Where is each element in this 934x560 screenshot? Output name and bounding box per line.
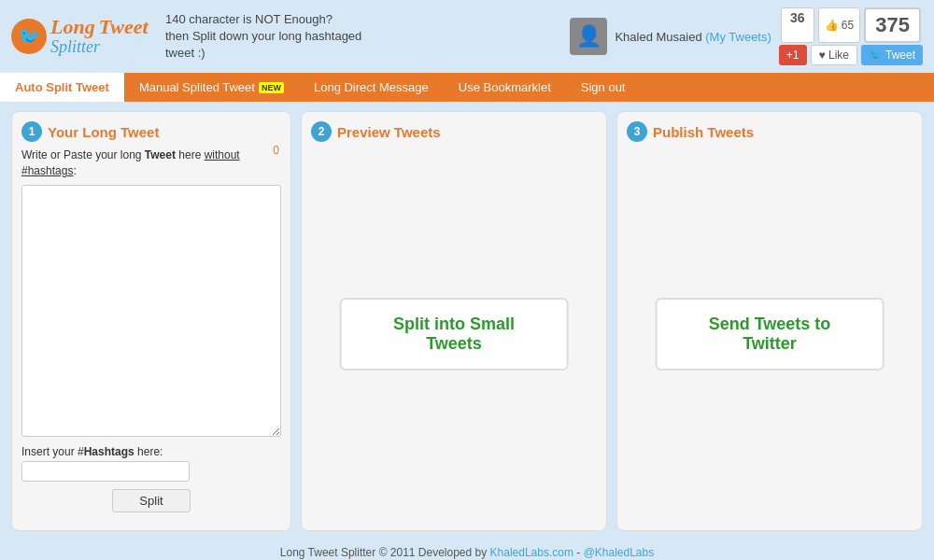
- logo-tweet: Tweet: [99, 16, 149, 38]
- hashtag-input[interactable]: [21, 461, 190, 482]
- right-panel-title: Publish Tweets: [653, 124, 754, 140]
- count-36: 36: [781, 7, 814, 43]
- logo-text: Long Tweet Splitter: [50, 16, 149, 57]
- my-tweets-link[interactable]: (My Tweets): [705, 30, 771, 44]
- social-bottom-row: +1 ♥ Like 🐦 Tweet: [779, 45, 923, 65]
- left-panel-header: 1 Your Long Tweet: [21, 121, 281, 142]
- tagline: 140 character is NOT Enough? then Split …: [165, 11, 570, 63]
- middle-panel-header: 2 Preview Tweets: [311, 121, 597, 142]
- twitter-bird-icon: 🐦: [869, 49, 883, 62]
- hashtag-label-part2: here:: [134, 445, 163, 458]
- right-panel: 3 Publish Tweets Send Tweets to Twitter: [616, 111, 923, 531]
- nav: Auto Split Tweet Manual Splited Tweet NE…: [0, 73, 934, 102]
- middle-panel-inner: Split into Small Tweets: [311, 147, 597, 521]
- hashtag-label-bold: Hashtags: [84, 445, 134, 458]
- step-1-circle: 1: [21, 121, 42, 142]
- tweet-textarea[interactable]: [21, 185, 281, 437]
- user-area: 👤 Khaled Musaied (My Tweets) 36 👍 65 375…: [570, 7, 923, 65]
- nav-item-long-dm[interactable]: Long Direct Message: [299, 73, 444, 102]
- new-badge: NEW: [259, 82, 284, 93]
- header: Long Tweet Splitter 140 character is NOT…: [0, 0, 934, 73]
- nav-item-signout[interactable]: Sign out: [566, 73, 641, 102]
- like-button[interactable]: ♥ Like: [811, 45, 857, 65]
- user-avatar: 👤: [570, 18, 607, 55]
- tagline-line1: 140 character is NOT Enough?: [165, 12, 333, 26]
- khaledlabs-twitter-link[interactable]: @KhaledLabs: [584, 546, 655, 559]
- thumbs-up-icon: 👍: [825, 19, 839, 32]
- tweet-count: 375: [864, 7, 921, 43]
- middle-panel-title: Preview Tweets: [337, 124, 441, 140]
- logo-bird-icon: [11, 19, 47, 54]
- khaledlabs-link[interactable]: KhaledLabs.com: [490, 546, 573, 559]
- nav-item-auto-split[interactable]: Auto Split Tweet: [0, 73, 124, 102]
- user-name-text: Khaled Musaied: [615, 30, 701, 44]
- logo-long: Long: [50, 16, 95, 38]
- logo-splitter: Splitter: [50, 38, 149, 57]
- main-content: 1 Your Long Tweet Write or Paste your lo…: [0, 102, 934, 540]
- nav-item-manual-split[interactable]: Manual Splited Tweet NEW: [124, 73, 299, 102]
- tagline-line2: then Split down your long hashtaged: [165, 29, 361, 43]
- tweet-button[interactable]: 🐦 Tweet: [861, 45, 923, 65]
- gplusone-button[interactable]: +1: [779, 45, 807, 65]
- user-name: Khaled Musaied (My Tweets): [615, 30, 771, 44]
- tagline-line3: tweet :): [165, 46, 205, 60]
- instruction-bold: Tweet: [145, 148, 176, 161]
- instruction-part2: here: [176, 148, 205, 161]
- instruction-part1: Write or Paste your long: [21, 148, 145, 161]
- step-2-circle: 2: [311, 121, 332, 142]
- fb-count: 65: [842, 19, 854, 32]
- hashtag-label-part1: Insert your #: [21, 445, 84, 458]
- footer-separator: -: [576, 546, 583, 559]
- instruction-end: :: [73, 164, 76, 177]
- left-panel: 1 Your Long Tweet Write or Paste your lo…: [11, 111, 291, 531]
- middle-panel: 2 Preview Tweets Split into Small Tweets: [301, 111, 607, 531]
- char-count: 0: [273, 144, 279, 157]
- footer-text: Long Tweet Splitter © 2011 Developed by: [280, 546, 490, 559]
- left-panel-title: Your Long Tweet: [48, 124, 159, 140]
- step-3-circle: 3: [627, 121, 647, 142]
- tweet-btn-label: Tweet: [885, 49, 915, 62]
- split-button[interactable]: Split: [112, 489, 190, 512]
- fb-like-box: 👍 65: [818, 7, 860, 43]
- split-action-button[interactable]: Split into Small Tweets: [340, 298, 569, 371]
- publish-action-button[interactable]: Send Tweets to Twitter: [656, 298, 884, 371]
- logo-area: Long Tweet Splitter: [11, 16, 156, 57]
- nav-item-bookmarklet[interactable]: Use Bookmarklet: [444, 73, 566, 102]
- social-top-row: 36 👍 65 375: [781, 7, 921, 43]
- footer: Long Tweet Splitter © 2011 Developed by …: [0, 540, 934, 560]
- right-panel-inner: Send Tweets to Twitter: [627, 147, 913, 521]
- hashtag-label: Insert your #Hashtags here:: [21, 445, 281, 458]
- tweet-instruction: Write or Paste your long Tweet here with…: [21, 147, 281, 179]
- social-buttons: 36 👍 65 375 +1 ♥ Like 🐦 Tweet: [779, 7, 923, 65]
- right-panel-header: 3 Publish Tweets: [627, 121, 913, 142]
